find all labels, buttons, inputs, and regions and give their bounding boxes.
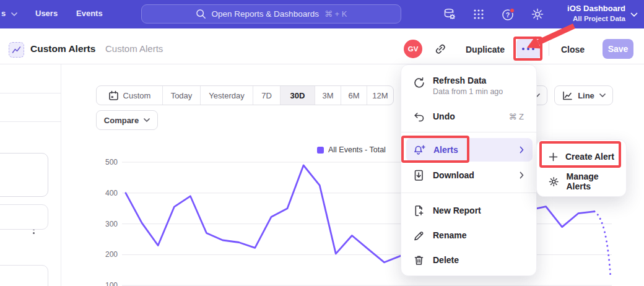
y-axis-tick: 100 <box>105 281 118 286</box>
nav-item-events[interactable]: Events <box>76 9 103 18</box>
line-chart-icon <box>562 90 573 101</box>
chart-type-button[interactable]: Line <box>554 85 613 105</box>
copy-link-icon[interactable] <box>433 42 447 56</box>
page-title: Custom Alerts <box>30 43 95 54</box>
nav-item-users[interactable]: Users <box>35 9 58 18</box>
date-range-today[interactable]: Today <box>162 86 200 105</box>
svg-text:?: ? <box>506 11 510 19</box>
date-range-custom[interactable]: Custom <box>97 86 162 105</box>
download-document-icon <box>412 169 425 182</box>
alert-bell-plus-icon <box>412 143 426 157</box>
menu-item-undo[interactable]: Undo ⌘ Z <box>406 106 533 127</box>
close-button[interactable]: Close <box>561 45 585 54</box>
date-range-3m[interactable]: 3M <box>315 86 341 105</box>
chevron-right-icon <box>520 171 524 179</box>
gear-icon <box>548 176 559 188</box>
submenu-item-manage-alerts[interactable]: Manage Alerts <box>541 170 624 193</box>
chevron-down-icon <box>599 93 606 97</box>
search-shortcut: ⌘ + K <box>324 9 347 19</box>
y-axis-tick: 300 <box>105 220 118 228</box>
menu-item-sublabel: Data from 1 min ago <box>433 87 503 96</box>
apps-grid-icon[interactable] <box>471 7 486 22</box>
date-range-yesterday[interactable]: Yesterday <box>200 86 253 105</box>
menu-item-refresh-data[interactable]: Refresh Data Data from 1 min ago <box>406 71 533 101</box>
chart-type-label: Line <box>578 91 594 100</box>
more-button[interactable] <box>516 39 540 59</box>
sidebar-divider <box>0 121 61 122</box>
search-input[interactable]: Open Reports & Dashboards ⌘ + K <box>141 4 401 24</box>
report-toolbar: Custom Alerts Custom Alerts GV Duplicate… <box>0 28 644 64</box>
legend-swatch <box>317 147 324 154</box>
project-chevron-down-icon[interactable] <box>630 12 638 17</box>
date-range-6m[interactable]: 6M <box>341 86 367 105</box>
nav-item-partial[interactable]: s <box>1 9 17 18</box>
left-sidebar <box>0 64 61 286</box>
alerts-submenu: Create Alert Manage Alerts <box>536 139 627 197</box>
submenu-item-create-alert[interactable]: Create Alert <box>541 145 624 168</box>
series-line-dotted-forecast <box>594 212 611 279</box>
date-range-selector: Custom Today Yesterday 7D 30D 3M 6M 12M <box>96 85 394 105</box>
duplicate-button[interactable]: Duplicate <box>466 45 505 54</box>
trash-icon <box>412 254 425 267</box>
project-switcher[interactable]: iOS Dashboard All Project Data <box>567 3 625 24</box>
top-nav: s Users Events Open Reports & Dashboards… <box>0 0 644 28</box>
menu-divider <box>401 132 537 132</box>
chevron-down-icon <box>11 12 17 16</box>
date-range-30d-selected[interactable]: 30D <box>280 86 315 105</box>
menu-item-new-report[interactable]: New Report <box>406 200 533 221</box>
search-placeholder: Open Reports & Dashboards <box>212 9 319 19</box>
menu-item-rename[interactable]: Rename <box>406 225 533 246</box>
notification-dot <box>510 8 514 12</box>
plus-icon <box>548 152 559 162</box>
more-ellipsis-icon <box>522 48 524 50</box>
chart-legend[interactable]: All Events - Total <box>317 145 386 154</box>
report-icon <box>9 42 24 58</box>
undo-shortcut: ⌘ Z <box>508 112 524 121</box>
sidebar-card[interactable] <box>0 265 48 286</box>
legend-label: All Events - Total <box>328 145 386 154</box>
pencil-icon <box>412 229 425 242</box>
sidebar-card[interactable] <box>0 204 48 230</box>
menu-item-delete[interactable]: Delete <box>406 249 533 271</box>
compare-label: Compare <box>104 116 139 125</box>
chevron-right-icon <box>520 146 524 154</box>
sidebar-divider <box>0 93 61 93</box>
chevron-down-icon <box>144 118 150 122</box>
menu-item-download[interactable]: Download <box>406 164 533 186</box>
calendar-icon <box>108 90 119 101</box>
toolbar-divider <box>549 42 549 56</box>
menu-item-alerts[interactable]: Alerts <box>406 138 533 162</box>
nav-item-partial-label: s <box>1 9 6 18</box>
project-name: iOS Dashboard <box>567 3 625 14</box>
sidebar-card[interactable] <box>0 153 48 197</box>
settings-gear-icon[interactable] <box>530 7 545 22</box>
date-range-7d[interactable]: 7D <box>253 86 280 105</box>
report-context-menu: Refresh Data Data from 1 min ago Undo ⌘ … <box>401 64 537 276</box>
help-icon[interactable]: ? <box>501 7 516 22</box>
data-management-icon[interactable] <box>442 7 457 22</box>
save-button[interactable]: Save <box>603 39 633 59</box>
search-icon <box>196 9 206 19</box>
breadcrumb: Custom Alerts <box>105 43 163 54</box>
menu-item-label: Refresh Data <box>433 76 503 85</box>
avatar-initials: GV <box>408 45 419 53</box>
y-axis-tick: 500 <box>105 158 118 167</box>
compare-button[interactable]: Compare <box>96 110 158 130</box>
avatar[interactable]: GV <box>404 40 422 58</box>
undo-icon <box>412 110 425 123</box>
y-axis-tick: 200 <box>105 250 118 259</box>
project-scope: All Project Data <box>567 14 625 24</box>
y-axis-tick: 400 <box>105 189 118 197</box>
menu-divider <box>401 193 537 193</box>
new-report-icon <box>412 204 425 217</box>
refresh-icon <box>412 77 425 90</box>
date-range-label: Custom <box>123 91 151 100</box>
date-range-12m[interactable]: 12M <box>367 86 393 105</box>
